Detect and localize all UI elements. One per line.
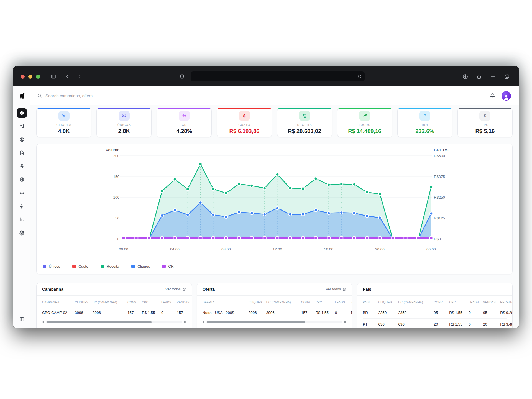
column-header: CONV. xyxy=(434,297,449,307)
svg-text:20:00: 20:00 xyxy=(375,247,385,251)
kpi-accent-bar xyxy=(458,108,512,109)
sidebar-item-dashboard[interactable] xyxy=(17,108,27,118)
scrollbar-thumb[interactable] xyxy=(47,321,152,323)
sidebar-item-landing-pages[interactable] xyxy=(17,148,27,158)
sidebar-item-offers[interactable] xyxy=(17,135,27,145)
table-row[interactable]: PT63663620R$ 1,55020R$ 3.484,10 xyxy=(363,318,507,328)
table-cell: 157 xyxy=(301,307,316,318)
user-avatar[interactable] xyxy=(502,91,511,101)
legend-label: Custo xyxy=(78,264,88,268)
see-all-link[interactable]: Ver todos xyxy=(326,287,346,291)
kpi-card-únicos[interactable]: ÚNICOS2.8K xyxy=(96,108,152,137)
table-cell: 636 xyxy=(398,319,434,328)
new-tab-icon[interactable] xyxy=(488,72,498,81)
legend-item-cr[interactable]: CR xyxy=(162,264,174,268)
close-window-button[interactable] xyxy=(21,75,25,79)
browser-sidebar-toggle-icon[interactable] xyxy=(48,72,58,81)
kpi-accent-bar xyxy=(37,108,91,109)
scrollbar-track[interactable] xyxy=(206,321,343,323)
table-row[interactable]: CBO CAMP 0239963996157R$ 1,550157R xyxy=(42,307,186,318)
search-input[interactable] xyxy=(45,93,162,98)
table-cell: 157 xyxy=(177,307,192,318)
table-cell: BR xyxy=(363,307,378,318)
svg-text:R$250: R$250 xyxy=(434,195,445,200)
kpi-card-custo[interactable]: $CUSTOR$ 6.193,86 xyxy=(217,108,272,137)
kpi-card-roi[interactable]: ROI232.6% xyxy=(397,108,452,137)
legend-label: Únicos xyxy=(49,264,60,268)
table-title: País xyxy=(363,287,371,291)
notifications-bell-icon[interactable] xyxy=(490,93,495,99)
reports-icon xyxy=(19,217,25,222)
see-all-link[interactable]: Ver todos xyxy=(165,287,186,291)
scroll-right-icon[interactable] xyxy=(184,321,186,323)
scroll-left-icon[interactable] xyxy=(203,321,204,323)
tab-overview-icon[interactable] xyxy=(502,72,511,81)
legend-swatch xyxy=(162,265,166,268)
table-cell: R$ 3.484,10 xyxy=(500,319,513,328)
dashboard-icon xyxy=(19,110,25,116)
kpi-accent-bar xyxy=(97,108,151,109)
address-bar[interactable] xyxy=(191,71,365,81)
horizontal-scrollbar[interactable] xyxy=(203,321,347,323)
forward-icon[interactable] xyxy=(75,72,84,81)
share-icon[interactable] xyxy=(474,72,484,81)
kpi-card-receita[interactable]: RECEITAR$ 20.603,02 xyxy=(277,108,332,137)
table-row[interactable]: BR2350235095R$ 1,55095R$ 9.288,09 xyxy=(363,307,507,318)
sidebar-item-settings[interactable] xyxy=(17,228,27,238)
table-card-pais: PaísPAÍSCLIQUESUC (CAMPANHA)CONV.CPCLEAD… xyxy=(357,283,513,328)
svg-text:R$375: R$375 xyxy=(434,175,445,179)
traffic-chart-card: Volume050100150200BRL R$R$0R$125R$250R$3… xyxy=(36,144,513,274)
sidebar-item-campaigns[interactable] xyxy=(17,121,27,131)
table-row[interactable]: Nutra - USA - 200$39963996157R$ 1,550157 xyxy=(203,307,347,318)
downloads-icon[interactable] xyxy=(461,72,470,81)
table-cell: R$ 1,55 xyxy=(142,307,161,318)
svg-text:100: 100 xyxy=(113,195,119,200)
column-header: LEADS xyxy=(161,297,177,307)
zoom-window-button[interactable] xyxy=(36,75,40,79)
kpi-label: LUCRO xyxy=(359,123,371,126)
legend-label: CR xyxy=(168,264,174,268)
kpi-card-epc[interactable]: $EPCR$ 5,16 xyxy=(457,108,513,137)
global-search[interactable] xyxy=(37,93,490,98)
horizontal-scrollbar[interactable] xyxy=(42,321,186,323)
sidebar-item-domains[interactable] xyxy=(17,175,27,185)
column-header: PAÍS xyxy=(363,297,378,307)
external-link-icon xyxy=(342,287,346,291)
traffic-chart[interactable]: Volume050100150200BRL R$R$0R$125R$250R$3… xyxy=(37,144,512,255)
legend-item-receita[interactable]: Receita xyxy=(101,264,119,268)
column-header: CLIQUES xyxy=(249,297,266,307)
legend-item-únicos[interactable]: Únicos xyxy=(43,264,60,268)
scrollbar-thumb[interactable] xyxy=(207,321,305,323)
svg-text:50: 50 xyxy=(115,216,119,220)
kpi-accent-bar xyxy=(337,108,392,109)
column-header: CAMPANHA xyxy=(42,297,75,307)
legend-item-cliques[interactable]: Cliques xyxy=(131,264,150,268)
scroll-right-icon[interactable] xyxy=(344,321,346,323)
sidebar-item-flows[interactable] xyxy=(17,161,27,171)
kpi-card-cliques[interactable]: CLIQUES4.0K xyxy=(36,108,91,137)
sidebar-item-reports[interactable] xyxy=(17,214,27,224)
privacy-shield-icon[interactable] xyxy=(177,72,187,81)
search-icon xyxy=(37,93,42,98)
legend-item-custo[interactable]: Custo xyxy=(72,264,88,268)
cart-icon xyxy=(299,111,310,121)
legend-label: Receita xyxy=(107,264,119,268)
campaigns-icon xyxy=(19,124,25,129)
sidebar-item-links[interactable] xyxy=(17,188,27,198)
collapse-sidebar-icon[interactable] xyxy=(17,314,27,324)
scroll-left-icon[interactable] xyxy=(42,321,44,323)
svg-text:12:00: 12:00 xyxy=(273,247,282,251)
svg-text:00:00: 00:00 xyxy=(119,247,128,251)
sidebar-item-automations[interactable] xyxy=(17,201,27,211)
scrollbar-track[interactable] xyxy=(46,321,182,323)
column-header: VENDAS xyxy=(351,297,352,307)
kpi-card-cr[interactable]: %CR4.28% xyxy=(157,108,212,137)
reload-icon[interactable] xyxy=(357,74,362,79)
table-cell: 3996 xyxy=(93,307,127,318)
kpi-card-lucro[interactable]: LUCROR$ 14.409,16 xyxy=(337,108,392,137)
kpi-value: R$ 20.603,02 xyxy=(288,128,321,134)
app-logo-dog-icon[interactable] xyxy=(17,91,27,101)
back-icon[interactable] xyxy=(63,72,72,81)
minimize-window-button[interactable] xyxy=(28,75,32,79)
column-header: CPC xyxy=(142,297,161,307)
